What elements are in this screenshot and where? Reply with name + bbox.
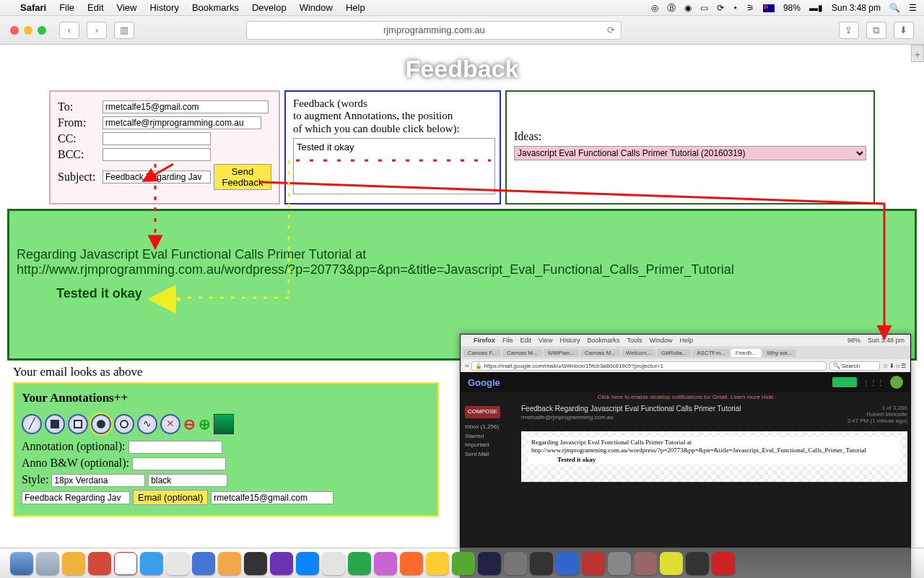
dock-app-icon[interactable] bbox=[166, 552, 189, 575]
tabs-button[interactable]: ⧉ bbox=[866, 22, 886, 39]
sidebar-button[interactable]: ▥ bbox=[114, 22, 134, 39]
bottom-subject-input[interactable] bbox=[22, 491, 130, 504]
dock-app-icon[interactable] bbox=[10, 552, 33, 575]
bcc-input[interactable] bbox=[103, 148, 211, 161]
dock-app-icon[interactable] bbox=[296, 552, 319, 575]
ideas-panel: Ideas: Javascript Eval Functional Calls … bbox=[505, 90, 875, 204]
gmail-count: 1 of 3,286 bbox=[847, 405, 907, 411]
menu-history[interactable]: History bbox=[149, 2, 178, 13]
address-bar[interactable]: rjmprogramming.com.au ⟳ bbox=[246, 21, 622, 40]
gmail-sender: Robert Metcalfe bbox=[847, 411, 907, 418]
menu-file[interactable]: File bbox=[59, 2, 74, 13]
dock-app-icon[interactable] bbox=[192, 552, 215, 575]
wifi-icon[interactable]: ⚞ bbox=[746, 3, 754, 13]
minimize-window-button[interactable] bbox=[24, 26, 32, 35]
status-icon[interactable]: ◎ bbox=[651, 3, 658, 13]
bcc-label: BCC: bbox=[58, 148, 100, 161]
share-button[interactable]: ⇪ bbox=[839, 22, 859, 39]
dock-app-icon[interactable] bbox=[660, 552, 683, 575]
dock-app-icon[interactable] bbox=[374, 552, 397, 575]
status-icon[interactable]: ◉ bbox=[684, 3, 692, 13]
dock-app-icon[interactable] bbox=[478, 552, 501, 575]
dock-app-icon[interactable] bbox=[400, 552, 423, 575]
style-font-input[interactable] bbox=[51, 474, 145, 487]
reload-icon[interactable]: ⟳ bbox=[607, 25, 615, 35]
ff-tab: GitRolla... bbox=[657, 349, 691, 357]
dock-app-icon[interactable] bbox=[608, 552, 631, 575]
anno-bw-input[interactable] bbox=[132, 457, 226, 470]
tool-circle-icon[interactable] bbox=[114, 414, 134, 434]
subject-label: Subject: bbox=[58, 171, 100, 184]
dock-app-icon[interactable] bbox=[504, 552, 527, 575]
battery-percent: 98% bbox=[783, 3, 801, 13]
dock-app-icon[interactable] bbox=[452, 552, 475, 575]
status-icon[interactable]: Ⓑ bbox=[667, 2, 676, 14]
dock-app-icon[interactable] bbox=[686, 552, 709, 575]
email-optional-input[interactable] bbox=[211, 491, 334, 504]
dock-app-icon[interactable] bbox=[556, 552, 579, 575]
dock-app-icon[interactable] bbox=[218, 552, 241, 575]
ideas-select[interactable]: Javascript Eval Functional Calls Primer … bbox=[514, 146, 866, 160]
dock-app-icon[interactable] bbox=[348, 552, 371, 575]
dock-app-icon[interactable] bbox=[530, 552, 553, 575]
menu-help[interactable]: Help bbox=[346, 2, 365, 13]
menu-bookmarks[interactable]: Bookmarks bbox=[192, 2, 239, 13]
forward-button[interactable]: › bbox=[87, 22, 107, 39]
preview-thumb[interactable] bbox=[214, 414, 234, 434]
to-input[interactable] bbox=[103, 100, 269, 113]
tool-delete-icon[interactable]: ✕ bbox=[160, 414, 180, 434]
dock-app-icon[interactable] bbox=[322, 552, 345, 575]
downloads-button[interactable]: ⬇ bbox=[894, 22, 914, 39]
flag-icon[interactable] bbox=[763, 4, 775, 12]
ff-menu-item: View bbox=[539, 337, 552, 344]
tool-circle-fill-icon[interactable] bbox=[91, 414, 111, 434]
bluetooth-icon[interactable]: ᛭ bbox=[733, 3, 738, 13]
menu-view[interactable]: View bbox=[117, 2, 137, 13]
dock-app-icon[interactable] bbox=[36, 552, 59, 575]
cc-input[interactable] bbox=[103, 132, 211, 145]
from-input[interactable] bbox=[103, 116, 261, 129]
dock-app-icon[interactable] bbox=[634, 552, 657, 575]
dock-app-icon[interactable] bbox=[582, 552, 605, 575]
tool-line-icon[interactable]: ╱ bbox=[22, 414, 42, 434]
feedback-textarea[interactable]: Tested it okay bbox=[293, 138, 495, 194]
email-form-panel: To: From: CC: BCC: Subject: Send Feedbac… bbox=[49, 90, 280, 204]
tool-square-fill-icon[interactable] bbox=[45, 414, 65, 434]
gmail-subject: Feedback Regarding Javascript Eval Funct… bbox=[521, 405, 840, 413]
subject-input[interactable] bbox=[103, 171, 211, 184]
fullscreen-window-button[interactable] bbox=[38, 26, 46, 35]
menu-window[interactable]: Window bbox=[300, 2, 333, 13]
airplay-icon[interactable]: ▭ bbox=[700, 3, 708, 13]
zoom-in-icon[interactable]: ⊕ bbox=[199, 415, 211, 433]
menu-edit[interactable]: Edit bbox=[87, 2, 103, 13]
close-window-button[interactable] bbox=[10, 26, 19, 35]
clock[interactable]: Sun 3:48 pm bbox=[832, 3, 881, 13]
dock-app-icon[interactable] bbox=[712, 552, 735, 575]
anno-bw-label: Anno B&W (optional): bbox=[22, 457, 129, 469]
style-color-input[interactable] bbox=[148, 474, 227, 487]
dock-app-icon[interactable] bbox=[270, 552, 293, 575]
app-name[interactable]: Safari bbox=[20, 2, 46, 13]
zoom-out-icon[interactable]: ⊖ bbox=[183, 415, 196, 433]
dock-app-icon[interactable] bbox=[62, 552, 85, 575]
email-optional-button[interactable]: Email (optional) bbox=[133, 490, 208, 505]
send-feedback-button[interactable]: Send Feedback bbox=[214, 164, 271, 190]
dock-app-icon[interactable] bbox=[114, 552, 137, 575]
dock-app-icon[interactable] bbox=[426, 552, 449, 575]
ff-battery: 98% bbox=[847, 337, 860, 344]
gmail-from: rmetcalfe@rjmprogramming.com.au bbox=[521, 414, 840, 420]
sync-icon[interactable]: ⟳ bbox=[717, 3, 724, 13]
dock-app-icon[interactable] bbox=[88, 552, 111, 575]
dock-app-icon[interactable] bbox=[244, 552, 267, 575]
to-label: To: bbox=[58, 100, 100, 113]
notifications-icon[interactable]: ☰ bbox=[909, 3, 917, 13]
tool-curve-icon[interactable]: ∿ bbox=[137, 414, 157, 434]
tool-square-icon[interactable] bbox=[68, 414, 88, 434]
url-text: rjmprogramming.com.au bbox=[383, 25, 485, 35]
spotlight-icon[interactable]: 🔍 bbox=[889, 3, 900, 13]
back-button[interactable]: ‹ bbox=[59, 22, 79, 39]
annotation-input[interactable] bbox=[128, 441, 222, 454]
dock-app-icon[interactable] bbox=[140, 552, 163, 575]
style-label: Style: bbox=[22, 473, 48, 486]
menu-develop[interactable]: Develop bbox=[252, 2, 287, 13]
